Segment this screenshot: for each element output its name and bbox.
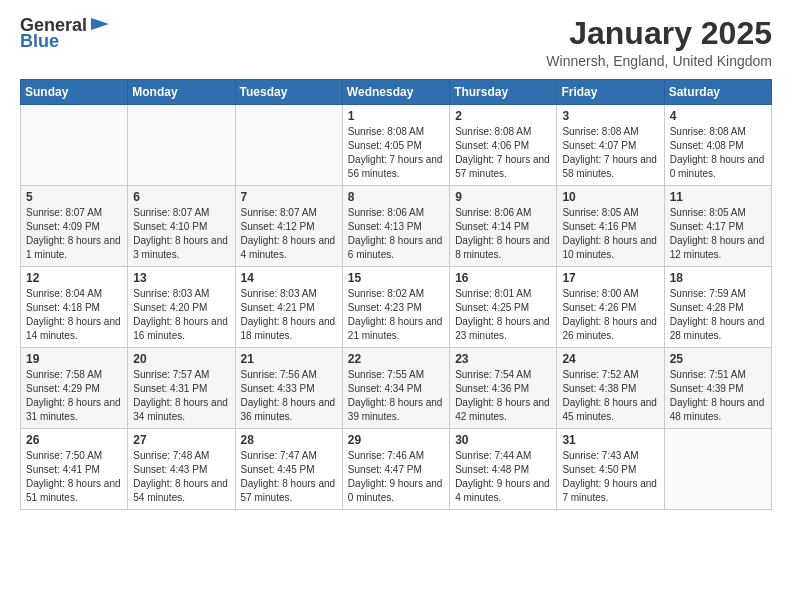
calendar-cell: 29Sunrise: 7:46 AM Sunset: 4:47 PM Dayli… — [342, 429, 449, 510]
logo-container: General Blue — [20, 16, 111, 50]
day-info: Sunrise: 8:08 AM Sunset: 4:05 PM Dayligh… — [348, 125, 444, 181]
day-number: 24 — [562, 352, 658, 366]
day-info: Sunrise: 8:08 AM Sunset: 4:07 PM Dayligh… — [562, 125, 658, 181]
day-info: Sunrise: 7:54 AM Sunset: 4:36 PM Dayligh… — [455, 368, 551, 424]
calendar-cell: 18Sunrise: 7:59 AM Sunset: 4:28 PM Dayli… — [664, 267, 771, 348]
calendar-cell: 6Sunrise: 8:07 AM Sunset: 4:10 PM Daylig… — [128, 186, 235, 267]
day-info: Sunrise: 7:51 AM Sunset: 4:39 PM Dayligh… — [670, 368, 766, 424]
day-info: Sunrise: 7:52 AM Sunset: 4:38 PM Dayligh… — [562, 368, 658, 424]
day-info: Sunrise: 8:01 AM Sunset: 4:25 PM Dayligh… — [455, 287, 551, 343]
title-area: January 2025 Winnersh, England, United K… — [546, 16, 772, 69]
day-info: Sunrise: 8:04 AM Sunset: 4:18 PM Dayligh… — [26, 287, 122, 343]
calendar-cell: 26Sunrise: 7:50 AM Sunset: 4:41 PM Dayli… — [21, 429, 128, 510]
calendar-cell: 21Sunrise: 7:56 AM Sunset: 4:33 PM Dayli… — [235, 348, 342, 429]
day-info: Sunrise: 8:03 AM Sunset: 4:21 PM Dayligh… — [241, 287, 337, 343]
weekday-header-monday: Monday — [128, 80, 235, 105]
day-number: 18 — [670, 271, 766, 285]
calendar-cell: 20Sunrise: 7:57 AM Sunset: 4:31 PM Dayli… — [128, 348, 235, 429]
calendar-cell: 25Sunrise: 7:51 AM Sunset: 4:39 PM Dayli… — [664, 348, 771, 429]
calendar-cell: 13Sunrise: 8:03 AM Sunset: 4:20 PM Dayli… — [128, 267, 235, 348]
day-number: 15 — [348, 271, 444, 285]
calendar-cell: 1Sunrise: 8:08 AM Sunset: 4:05 PM Daylig… — [342, 105, 449, 186]
calendar-cell: 7Sunrise: 8:07 AM Sunset: 4:12 PM Daylig… — [235, 186, 342, 267]
week-row-3: 12Sunrise: 8:04 AM Sunset: 4:18 PM Dayli… — [21, 267, 772, 348]
page: General Blue January 2025 Winnersh, Engl… — [0, 0, 792, 526]
day-number: 14 — [241, 271, 337, 285]
calendar-cell: 11Sunrise: 8:05 AM Sunset: 4:17 PM Dayli… — [664, 186, 771, 267]
day-info: Sunrise: 8:08 AM Sunset: 4:08 PM Dayligh… — [670, 125, 766, 181]
month-title: January 2025 — [546, 16, 772, 51]
day-info: Sunrise: 7:50 AM Sunset: 4:41 PM Dayligh… — [26, 449, 122, 505]
day-number: 12 — [26, 271, 122, 285]
calendar-cell: 5Sunrise: 8:07 AM Sunset: 4:09 PM Daylig… — [21, 186, 128, 267]
weekday-header-friday: Friday — [557, 80, 664, 105]
day-info: Sunrise: 7:58 AM Sunset: 4:29 PM Dayligh… — [26, 368, 122, 424]
calendar-cell: 31Sunrise: 7:43 AM Sunset: 4:50 PM Dayli… — [557, 429, 664, 510]
day-info: Sunrise: 8:05 AM Sunset: 4:17 PM Dayligh… — [670, 206, 766, 262]
day-info: Sunrise: 8:02 AM Sunset: 4:23 PM Dayligh… — [348, 287, 444, 343]
day-number: 26 — [26, 433, 122, 447]
day-info: Sunrise: 8:05 AM Sunset: 4:16 PM Dayligh… — [562, 206, 658, 262]
calendar-cell — [21, 105, 128, 186]
location: Winnersh, England, United Kingdom — [546, 53, 772, 69]
weekday-header-wednesday: Wednesday — [342, 80, 449, 105]
week-row-4: 19Sunrise: 7:58 AM Sunset: 4:29 PM Dayli… — [21, 348, 772, 429]
day-number: 16 — [455, 271, 551, 285]
day-info: Sunrise: 8:06 AM Sunset: 4:14 PM Dayligh… — [455, 206, 551, 262]
weekday-header-row: SundayMondayTuesdayWednesdayThursdayFrid… — [21, 80, 772, 105]
calendar-cell: 19Sunrise: 7:58 AM Sunset: 4:29 PM Dayli… — [21, 348, 128, 429]
day-info: Sunrise: 8:08 AM Sunset: 4:06 PM Dayligh… — [455, 125, 551, 181]
day-info: Sunrise: 8:03 AM Sunset: 4:20 PM Dayligh… — [133, 287, 229, 343]
day-number: 28 — [241, 433, 337, 447]
day-info: Sunrise: 8:07 AM Sunset: 4:09 PM Dayligh… — [26, 206, 122, 262]
calendar-cell: 30Sunrise: 7:44 AM Sunset: 4:48 PM Dayli… — [450, 429, 557, 510]
day-number: 4 — [670, 109, 766, 123]
day-info: Sunrise: 7:48 AM Sunset: 4:43 PM Dayligh… — [133, 449, 229, 505]
logo-text: General Blue — [20, 16, 111, 50]
calendar-cell: 15Sunrise: 8:02 AM Sunset: 4:23 PM Dayli… — [342, 267, 449, 348]
calendar-cell: 27Sunrise: 7:48 AM Sunset: 4:43 PM Dayli… — [128, 429, 235, 510]
day-info: Sunrise: 7:57 AM Sunset: 4:31 PM Dayligh… — [133, 368, 229, 424]
week-row-2: 5Sunrise: 8:07 AM Sunset: 4:09 PM Daylig… — [21, 186, 772, 267]
calendar-cell: 4Sunrise: 8:08 AM Sunset: 4:08 PM Daylig… — [664, 105, 771, 186]
day-number: 6 — [133, 190, 229, 204]
calendar-cell — [235, 105, 342, 186]
day-info: Sunrise: 7:59 AM Sunset: 4:28 PM Dayligh… — [670, 287, 766, 343]
calendar-cell: 17Sunrise: 8:00 AM Sunset: 4:26 PM Dayli… — [557, 267, 664, 348]
day-number: 25 — [670, 352, 766, 366]
day-number: 11 — [670, 190, 766, 204]
calendar: SundayMondayTuesdayWednesdayThursdayFrid… — [20, 79, 772, 510]
calendar-cell: 9Sunrise: 8:06 AM Sunset: 4:14 PM Daylig… — [450, 186, 557, 267]
day-number: 3 — [562, 109, 658, 123]
day-number: 31 — [562, 433, 658, 447]
calendar-cell — [664, 429, 771, 510]
week-row-1: 1Sunrise: 8:08 AM Sunset: 4:05 PM Daylig… — [21, 105, 772, 186]
calendar-cell: 10Sunrise: 8:05 AM Sunset: 4:16 PM Dayli… — [557, 186, 664, 267]
day-number: 2 — [455, 109, 551, 123]
calendar-cell: 28Sunrise: 7:47 AM Sunset: 4:45 PM Dayli… — [235, 429, 342, 510]
calendar-cell: 12Sunrise: 8:04 AM Sunset: 4:18 PM Dayli… — [21, 267, 128, 348]
day-number: 29 — [348, 433, 444, 447]
calendar-cell: 16Sunrise: 8:01 AM Sunset: 4:25 PM Dayli… — [450, 267, 557, 348]
day-number: 5 — [26, 190, 122, 204]
day-info: Sunrise: 8:00 AM Sunset: 4:26 PM Dayligh… — [562, 287, 658, 343]
svg-marker-0 — [91, 18, 109, 30]
header: General Blue January 2025 Winnersh, Engl… — [20, 16, 772, 69]
logo: General Blue — [20, 16, 111, 50]
day-info: Sunrise: 7:44 AM Sunset: 4:48 PM Dayligh… — [455, 449, 551, 505]
weekday-header-saturday: Saturday — [664, 80, 771, 105]
weekday-header-thursday: Thursday — [450, 80, 557, 105]
day-number: 1 — [348, 109, 444, 123]
day-number: 30 — [455, 433, 551, 447]
weekday-header-sunday: Sunday — [21, 80, 128, 105]
logo-blue: Blue — [20, 32, 111, 50]
day-info: Sunrise: 7:56 AM Sunset: 4:33 PM Dayligh… — [241, 368, 337, 424]
week-row-5: 26Sunrise: 7:50 AM Sunset: 4:41 PM Dayli… — [21, 429, 772, 510]
day-number: 20 — [133, 352, 229, 366]
day-number: 9 — [455, 190, 551, 204]
calendar-cell: 14Sunrise: 8:03 AM Sunset: 4:21 PM Dayli… — [235, 267, 342, 348]
calendar-cell: 8Sunrise: 8:06 AM Sunset: 4:13 PM Daylig… — [342, 186, 449, 267]
weekday-header-tuesday: Tuesday — [235, 80, 342, 105]
calendar-cell: 22Sunrise: 7:55 AM Sunset: 4:34 PM Dayli… — [342, 348, 449, 429]
calendar-cell: 24Sunrise: 7:52 AM Sunset: 4:38 PM Dayli… — [557, 348, 664, 429]
